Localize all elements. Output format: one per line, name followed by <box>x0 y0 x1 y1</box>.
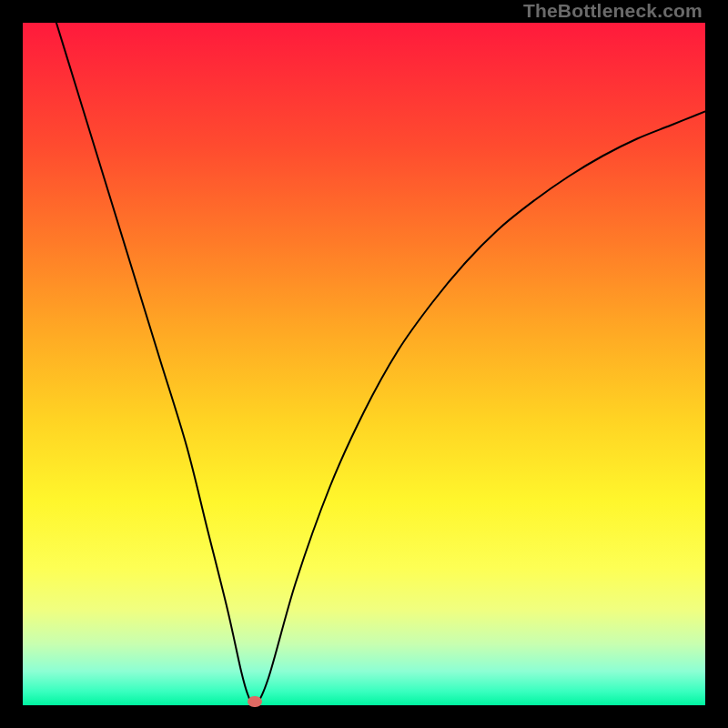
bottleneck-curve <box>50 23 705 705</box>
plot-area <box>23 23 705 705</box>
curve-svg <box>23 23 705 705</box>
chart-frame: TheBottleneck.com <box>0 0 728 728</box>
optimum-marker <box>248 696 262 707</box>
watermark-text: TheBottleneck.com <box>523 0 703 22</box>
